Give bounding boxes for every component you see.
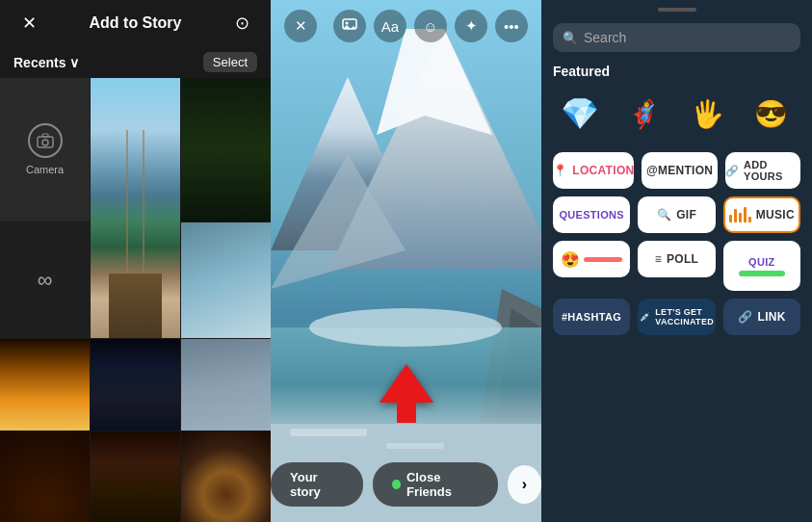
next-button[interactable]: › [508, 465, 541, 504]
recents-label: Recents [13, 55, 65, 70]
location-label: LOCATION [572, 164, 634, 177]
sticker-tags-row4: #HASHTAG 💉 LET'S GETVACCINATED 🔗 LINK [541, 291, 812, 335]
boomerang-tile[interactable]: ∞ [0, 222, 90, 339]
photo-tile[interactable] [181, 222, 271, 339]
photo-tile[interactable] [91, 431, 180, 523]
svg-rect-2 [42, 134, 48, 137]
link-sticker[interactable]: 🔗 LINK [723, 299, 800, 335]
sticker-hand[interactable]: 🖐 [680, 87, 734, 141]
poll-icon: ≡ [655, 252, 662, 266]
hashtag-label: #HASHTAG [562, 311, 621, 323]
text-icon-button[interactable]: Aa [374, 10, 406, 42]
photo-tile[interactable] [0, 339, 90, 431]
questions-sticker[interactable]: QUESTIONS [553, 196, 630, 233]
gallery-icon-button[interactable] [333, 10, 366, 42]
music-bars-icon [729, 207, 751, 222]
photo-tile[interactable] [181, 339, 271, 431]
panel-stickers: 🔍 Search Featured 💎 🦸 🖐 😎 📍 LOCATION @ME… [541, 0, 812, 522]
addyours-sticker[interactable]: 🔗 ADD YOURS [725, 152, 800, 189]
poll-sticker[interactable]: ≡ POLL [638, 241, 715, 277]
more-icon-button[interactable]: ••• [495, 10, 528, 42]
arrow-up-indicator [380, 364, 433, 426]
featured-stickers-row: 💎 🦸 🖐 😎 [541, 87, 812, 152]
emoji-slider-icon: 😍 [561, 250, 580, 269]
search-placeholder: Search [584, 30, 626, 45]
photo-tile[interactable] [181, 78, 271, 222]
bar5 [748, 217, 751, 222]
recents-row: Recents ∨ Select [0, 46, 271, 78]
photo-tile[interactable] [91, 339, 180, 431]
drag-handle [658, 8, 696, 12]
boomerang-icon: ∞ [38, 268, 53, 293]
story-close-button[interactable]: ✕ [284, 10, 317, 42]
recents-dropdown[interactable]: Recents ∨ [13, 55, 79, 70]
photo-tile[interactable] [181, 431, 271, 523]
emoji-slider-inner: 😍 [553, 250, 630, 269]
sticker-icon-button[interactable]: ☺ [414, 10, 447, 42]
gif-sticker[interactable]: 🔍 GIF [638, 196, 715, 233]
vaccinated-sticker[interactable]: 💉 LET'S GETVACCINATED [638, 299, 716, 335]
addyours-icon: 🔗 [725, 165, 739, 177]
link-label: LINK [758, 310, 786, 324]
panel1-header: ✕ Add to Story ⊙ [0, 0, 271, 46]
mention-label: @MENTION [646, 164, 713, 177]
your-story-button[interactable]: Your story [271, 462, 363, 507]
svg-point-16 [346, 22, 349, 25]
photo-grid: Camera ∞ [0, 78, 271, 522]
bar1 [729, 215, 732, 222]
story-canvas [271, 52, 541, 522]
search-small-icon: 🔍 [657, 208, 671, 222]
select-button[interactable]: Select [203, 52, 257, 72]
gif-label: GIF [676, 208, 696, 222]
close-friends-dot-icon [392, 480, 401, 489]
search-icon: 🔍 [563, 31, 578, 45]
vaccinated-label: LET'S GETVACCINATED [655, 307, 714, 326]
effects-icon-button[interactable]: ✦ [455, 10, 487, 42]
location-sticker[interactable]: 📍 LOCATION [553, 152, 634, 189]
slider-track [584, 257, 622, 262]
vaccinated-icon: 💉 [640, 312, 650, 322]
quiz-sticker[interactable]: QUIZ [723, 241, 800, 291]
quiz-bar [739, 271, 785, 276]
poll-label: POLL [667, 252, 698, 266]
close-friends-button[interactable]: Close Friends [373, 462, 498, 507]
your-story-label: Your story [290, 470, 344, 499]
panel-story-preview: ✕ Aa ☺ ✦ ••• [271, 0, 541, 522]
arrow-stem [397, 400, 416, 423]
featured-label: Featured [541, 60, 812, 87]
selected-photo[interactable] [91, 78, 180, 338]
camera-label: Camera [26, 164, 64, 175]
panel-add-to-story: ✕ Add to Story ⊙ Recents ∨ Select Camera [0, 0, 271, 522]
story-bottom-bar: Your story Close Friends › [271, 462, 541, 507]
svg-point-1 [42, 140, 48, 145]
emoji-slider-sticker[interactable]: 😍 [553, 241, 630, 277]
music-sticker[interactable]: MUSIC [723, 196, 800, 233]
mention-sticker[interactable]: @MENTION [642, 152, 717, 189]
sticker-tags-row3: 😍 ≡ POLL QUIZ [541, 233, 812, 291]
sticker-heart-crystal[interactable]: 💎 [553, 87, 607, 141]
search-bar[interactable]: 🔍 Search [553, 23, 800, 52]
sticker-tags-row1: 📍 LOCATION @MENTION 🔗 ADD YOURS [541, 152, 812, 189]
story-preview-content: ✕ Aa ☺ ✦ ••• [271, 0, 541, 522]
camera-tile[interactable]: Camera [0, 78, 90, 222]
svg-marker-17 [343, 25, 356, 29]
sticker-superhero[interactable]: 🦸 [616, 87, 670, 141]
location-icon: 📍 [553, 164, 567, 177]
panel1-title: Add to Story [42, 14, 228, 32]
link-icon: 🔗 [738, 310, 752, 324]
sticker-cool[interactable]: 😎 [744, 87, 798, 141]
chevron-down-icon: ∨ [69, 55, 79, 70]
sticker-tags-row2: QUESTIONS 🔍 GIF MUSIC [541, 189, 812, 233]
bar2 [734, 209, 737, 222]
hashtag-sticker[interactable]: #HASHTAG [553, 299, 630, 335]
photo-tile[interactable] [0, 431, 90, 523]
story-tools: Aa ☺ ✦ ••• [333, 10, 528, 42]
story-top-bar: ✕ Aa ☺ ✦ ••• [271, 0, 541, 52]
quiz-label: QUIZ [748, 256, 774, 268]
close-friends-label: Close Friends [406, 470, 479, 499]
music-label: MUSIC [756, 208, 795, 222]
addyours-label: ADD YOURS [744, 159, 800, 182]
close-icon[interactable]: ✕ [15, 10, 42, 37]
settings-icon[interactable]: ⊙ [228, 10, 255, 37]
bar3 [739, 213, 742, 222]
